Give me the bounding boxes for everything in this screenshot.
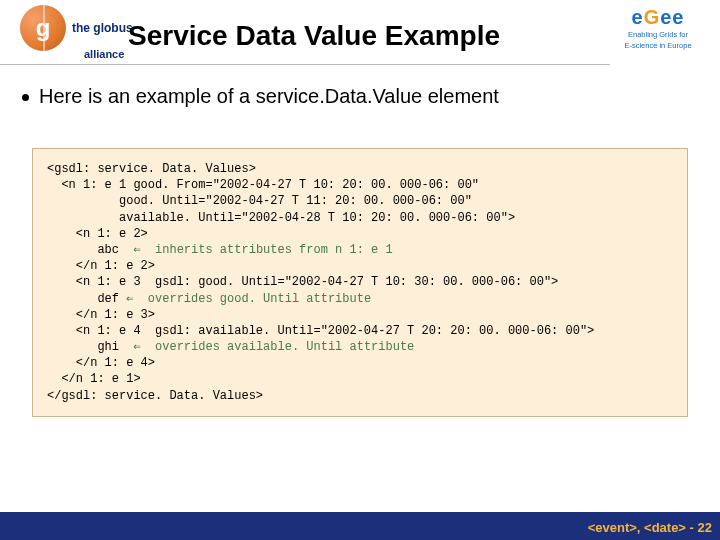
egee-logo: eGee Enabling Grids for E-science in Eur… <box>608 6 708 50</box>
code-line: <n 1: e 2> <box>47 227 148 241</box>
code-line: </n 1: e 2> <box>47 259 155 273</box>
code-block: <gsdl: service. Data. Values> <n 1: e 1 … <box>32 148 688 417</box>
bullet-row: Here is an example of a service.Data.Val… <box>22 85 698 108</box>
bullet-icon <box>22 94 29 101</box>
code-line: ghi <box>47 340 133 354</box>
footer-date: <date> <box>644 520 686 535</box>
arrow-icon: ⇐ <box>133 243 140 257</box>
footer-dash: - <box>686 520 698 535</box>
code-line: </n 1: e 4> <box>47 356 155 370</box>
code-line: available. Until="2002-04-28 T 10: 20: 0… <box>47 211 515 225</box>
globus-text-bottom: alliance <box>84 48 124 60</box>
globus-g-icon: g <box>20 5 66 51</box>
slide-body: Here is an example of a service.Data.Val… <box>0 85 720 512</box>
code-line: </gsdl: service. Data. Values> <box>47 389 263 403</box>
code-line: <gsdl: service. Data. Values> <box>47 162 256 176</box>
footer-band: <event>, <date> - 22 <box>0 512 720 540</box>
code-line: good. Until="2002-04-27 T 11: 20: 00. 00… <box>47 194 472 208</box>
globus-logo: g the globus alliance <box>20 5 133 51</box>
code-line: def <box>47 292 126 306</box>
code-line: <n 1: e 3 gsdl: good. Until="2002-04-27 … <box>47 275 558 289</box>
code-line: <n 1: e 1 good. From="2002-04-27 T 10: 2… <box>47 178 479 192</box>
egee-letters: eGee <box>608 6 708 29</box>
header-band: g the globus alliance Service Data Value… <box>0 0 720 70</box>
code-line: </n 1: e 3> <box>47 308 155 322</box>
page-number: 22 <box>698 520 712 535</box>
arrow-icon: ⇐ <box>133 340 140 354</box>
header-divider <box>0 64 610 65</box>
code-comment: inherits attributes from n 1: e 1 <box>141 243 393 257</box>
footer-meta: <event>, <date> - 22 <box>588 520 712 535</box>
bullet-text: Here is an example of a service.Data.Val… <box>39 85 499 108</box>
footer-event: <event> <box>588 520 637 535</box>
code-line: <n 1: e 4 gsdl: available. Until="2002-0… <box>47 324 594 338</box>
code-comment: overrides available. Until attribute <box>141 340 415 354</box>
page-title: Service Data Value Example <box>128 20 500 52</box>
code-line: </n 1: e 1> <box>47 372 141 386</box>
globus-text-top: the globus <box>72 21 133 35</box>
code-comment: overrides good. Until attribute <box>133 292 371 306</box>
code-line: abc <box>47 243 133 257</box>
egee-sub2: E-science in Europe <box>608 42 708 51</box>
egee-sub1: Enabling Grids for <box>608 31 708 40</box>
footer-sep: , <box>637 520 644 535</box>
